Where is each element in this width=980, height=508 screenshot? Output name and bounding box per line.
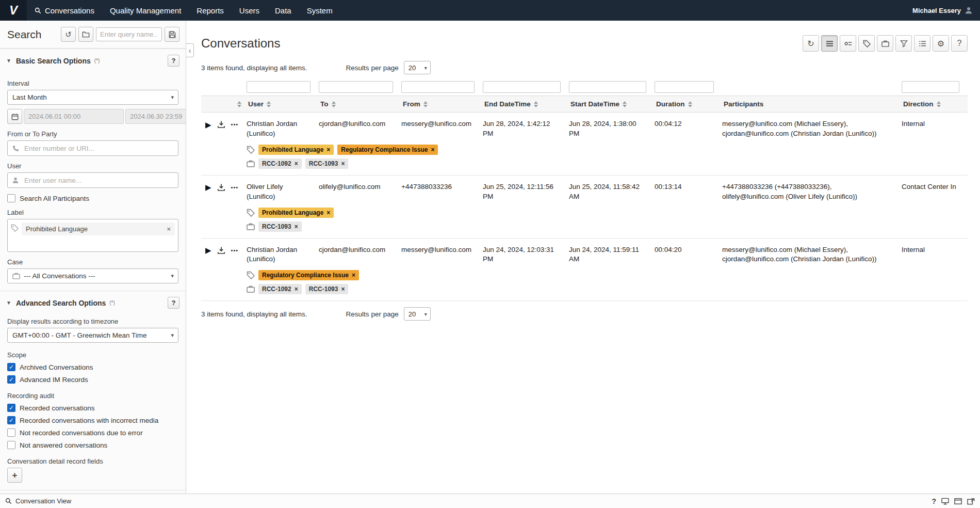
basic-search-options-header[interactable]: ▼ Basic Search Options (*) ?	[0, 49, 186, 72]
not-answered-checkbox[interactable]: ✓ Not answered conversations	[7, 441, 178, 449]
label-token[interactable]: Prohibited Language ×	[22, 223, 175, 235]
remove-case-icon[interactable]: ×	[295, 285, 298, 293]
columns-button[interactable]	[914, 35, 930, 52]
table-filter-row	[201, 78, 968, 96]
remove-label-icon[interactable]: ×	[352, 272, 355, 279]
header-end-datetime[interactable]: End DateTime	[483, 100, 569, 108]
play-button[interactable]: ▶	[205, 246, 211, 254]
header-to[interactable]: To	[319, 100, 401, 108]
label-chip[interactable]: Prohibited Language×	[258, 145, 334, 155]
query-name-input[interactable]	[96, 27, 162, 41]
list-view-button[interactable]	[821, 35, 838, 52]
remove-case-icon[interactable]: ×	[341, 160, 345, 167]
header-start-datetime[interactable]: Start DateTime	[569, 100, 655, 108]
filter-input-to[interactable]	[319, 81, 393, 93]
advanced-im-records-checkbox[interactable]: ✓ Advanced IM Records	[7, 375, 178, 384]
help-icon[interactable]: ?	[932, 497, 936, 505]
open-query-button[interactable]	[78, 27, 93, 42]
timezone-value: GMT+00:00 - GMT - Greenwich Mean Time	[12, 331, 146, 339]
metadata-markers-header[interactable]: ▶ Metadata and Markers	[0, 490, 186, 494]
download-button[interactable]	[217, 120, 225, 129]
date-to-input[interactable]	[125, 109, 186, 124]
timezone-select[interactable]: GMT+00:00 - GMT - Greenwich Mean Time ▾	[7, 328, 178, 343]
results-per-page-select[interactable]: 20 ▾	[404, 61, 431, 74]
table-row[interactable]: ▶ ••• Oliver Lifely (Lunifico) olifely@l…	[201, 176, 968, 239]
case-chip[interactable]: RCC-1093×	[258, 221, 302, 232]
filter-input-start[interactable]	[569, 81, 646, 93]
add-cdr-field-button[interactable]: +	[7, 468, 22, 483]
save-query-button[interactable]	[165, 27, 179, 42]
window-icon[interactable]	[954, 498, 962, 505]
header-direction[interactable]: Direction	[902, 100, 968, 108]
monitor-icon[interactable]	[941, 498, 949, 505]
top-navbar: V Conversations Quality Management Repor…	[0, 0, 980, 21]
header-duration[interactable]: Duration	[655, 100, 722, 108]
playlist-button[interactable]	[840, 35, 856, 52]
more-actions-button[interactable]: •••	[231, 121, 239, 128]
user-input[interactable]	[23, 176, 178, 185]
download-button[interactable]	[217, 246, 225, 255]
header-from[interactable]: From	[401, 100, 483, 108]
remove-label-icon[interactable]: ×	[431, 146, 434, 153]
play-button[interactable]: ▶	[205, 183, 211, 191]
case-chip[interactable]: RCC-1093×	[305, 284, 349, 294]
more-actions-button[interactable]: •••	[231, 247, 239, 253]
label-filter-box[interactable]: Prohibited Language ×	[7, 219, 178, 252]
nav-item-conversations[interactable]: Conversations	[27, 0, 102, 21]
archived-conversations-checkbox[interactable]: ✓ Archived Conversations	[7, 363, 178, 371]
case-button[interactable]	[877, 35, 893, 52]
search-all-participants-checkbox[interactable]: ✓ Search All Participants	[7, 194, 178, 202]
case-chip[interactable]: RCC-1092×	[258, 158, 302, 169]
filter-button[interactable]	[895, 35, 912, 52]
filter-input-end[interactable]	[483, 81, 561, 93]
case-chip[interactable]: RCC-1092×	[258, 284, 302, 294]
filter-input-duration[interactable]	[655, 81, 714, 93]
recorded-conversations-checkbox[interactable]: ✓ Recorded conversations	[7, 404, 178, 412]
header-user[interactable]: User	[247, 100, 319, 108]
remove-case-icon[interactable]: ×	[341, 285, 345, 293]
nav-item-data[interactable]: Data	[267, 0, 299, 21]
collapse-sidebar-button[interactable]: ‹	[186, 43, 194, 57]
remove-case-icon[interactable]: ×	[295, 223, 298, 230]
header-controls[interactable]	[201, 101, 247, 107]
user-menu[interactable]: Michael Essery	[905, 0, 980, 21]
advanced-search-options-header[interactable]: ▼ Advanced Search Options (*) ?	[0, 291, 186, 314]
reset-query-button[interactable]: ↺	[61, 27, 76, 42]
settings-button[interactable]: ⚙	[933, 35, 949, 52]
results-per-page-select[interactable]: 20 ▾	[404, 307, 431, 321]
party-input[interactable]	[23, 144, 178, 153]
table-row[interactable]: ▶ ••• Christian Jordan (Lunifico) cjorda…	[201, 113, 968, 176]
remove-label-icon[interactable]: ×	[167, 225, 171, 233]
date-from-input[interactable]	[24, 109, 124, 124]
interval-select[interactable]: Last Month ▾	[7, 90, 178, 105]
popout-window-icon[interactable]	[967, 498, 975, 505]
label-chip[interactable]: Regulatory Compliance Issue×	[337, 145, 438, 155]
nav-item-system[interactable]: System	[299, 0, 340, 21]
recorded-incorrect-media-checkbox[interactable]: ✓ Recorded conversations with incorrect …	[7, 416, 178, 424]
not-recorded-error-checkbox[interactable]: ✓ Not recorded conversations due to erro…	[7, 428, 178, 437]
help-button[interactable]: ?	[951, 35, 968, 52]
play-button[interactable]: ▶	[205, 121, 211, 129]
label-button[interactable]	[858, 35, 875, 52]
filter-input-user[interactable]	[247, 81, 311, 93]
label-chip[interactable]: Regulatory Compliance Issue×	[258, 270, 359, 280]
download-button[interactable]	[217, 183, 225, 192]
help-button[interactable]: ?	[168, 297, 179, 309]
nav-item-reports[interactable]: Reports	[189, 0, 232, 21]
more-actions-button[interactable]: •••	[231, 184, 239, 190]
remove-label-icon[interactable]: ×	[326, 209, 330, 216]
refresh-button[interactable]: ↻	[803, 35, 819, 52]
nav-item-users[interactable]: Users	[232, 0, 267, 21]
filter-input-from[interactable]	[401, 81, 475, 93]
remove-label-icon[interactable]: ×	[326, 146, 330, 153]
filter-input-direction[interactable]	[902, 81, 959, 93]
calendar-button[interactable]	[7, 109, 22, 124]
label-chip[interactable]: Prohibited Language×	[258, 208, 334, 218]
remove-case-icon[interactable]: ×	[295, 160, 298, 167]
help-button[interactable]: ?	[168, 55, 179, 67]
case-chip[interactable]: RCC-1093×	[305, 158, 349, 169]
nav-item-quality-management[interactable]: Quality Management	[102, 0, 189, 21]
status-bar: Conversation View ?	[0, 494, 980, 508]
case-select[interactable]: --- All Conversations --- ▾	[7, 268, 178, 283]
table-row[interactable]: ▶ ••• Christian Jordan (Lunifico) cjorda…	[201, 239, 968, 301]
